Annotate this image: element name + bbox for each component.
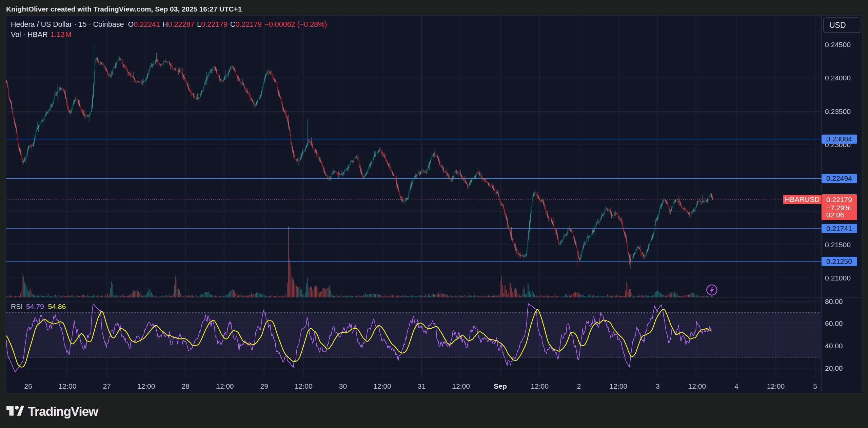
svg-text:0.23500: 0.23500 xyxy=(825,108,851,115)
svg-text:0.24000: 0.24000 xyxy=(825,74,851,82)
svg-text:80.00: 80.00 xyxy=(825,297,843,305)
svg-text:40.00: 40.00 xyxy=(825,342,843,350)
svg-text:28: 28 xyxy=(182,382,190,390)
svg-text:0.22179: 0.22179 xyxy=(826,196,852,203)
svg-text:3: 3 xyxy=(656,382,660,390)
svg-text:Sep: Sep xyxy=(494,382,507,390)
svg-text:20.00: 20.00 xyxy=(825,364,843,372)
svg-text:02:06: 02:06 xyxy=(826,211,844,219)
svg-text:27: 27 xyxy=(103,382,111,390)
svg-text:USD: USD xyxy=(829,21,846,30)
svg-text:0.21741: 0.21741 xyxy=(826,225,852,232)
svg-text:5: 5 xyxy=(813,382,817,390)
svg-text:12:00: 12:00 xyxy=(216,382,234,390)
svg-text:26: 26 xyxy=(24,382,32,390)
svg-text:30: 30 xyxy=(339,382,347,390)
svg-text:60.00: 60.00 xyxy=(825,319,843,327)
svg-text:12:00: 12:00 xyxy=(767,382,785,390)
svg-text:12:00: 12:00 xyxy=(531,382,549,390)
svg-text:4: 4 xyxy=(734,382,738,390)
svg-text:12:00: 12:00 xyxy=(59,382,77,390)
svg-text:0.21500: 0.21500 xyxy=(825,241,851,249)
svg-text:Hedera / US Dollar · 15 · Coin: Hedera / US Dollar · 15 · CoinbaseO0.222… xyxy=(11,20,327,28)
svg-text:12:00: 12:00 xyxy=(609,382,627,390)
svg-text:12:00: 12:00 xyxy=(452,382,470,390)
svg-text:KnightOliver created with Trad: KnightOliver created with TradingView.co… xyxy=(6,5,242,13)
svg-text:0.22494: 0.22494 xyxy=(826,174,852,182)
svg-text:TradingView: TradingView xyxy=(28,404,99,419)
svg-text:29: 29 xyxy=(260,382,268,390)
svg-text:12:00: 12:00 xyxy=(373,382,391,390)
svg-text:0.23084: 0.23084 xyxy=(826,135,852,143)
svg-text:12:00: 12:00 xyxy=(295,382,313,390)
svg-text:12:00: 12:00 xyxy=(137,382,155,390)
svg-text:2: 2 xyxy=(577,382,581,390)
svg-text:12:00: 12:00 xyxy=(688,382,706,390)
svg-text:0.24500: 0.24500 xyxy=(825,41,851,48)
svg-text:Vol · HBAR1.13M: Vol · HBAR1.13M xyxy=(11,31,72,39)
svg-text:RSI54.7954.86: RSI54.7954.86 xyxy=(11,303,66,310)
svg-text:0.21250: 0.21250 xyxy=(826,257,852,265)
svg-text:31: 31 xyxy=(418,382,426,390)
svg-text:HBARUSD: HBARUSD xyxy=(785,195,820,203)
svg-text:0.21000: 0.21000 xyxy=(825,274,851,282)
